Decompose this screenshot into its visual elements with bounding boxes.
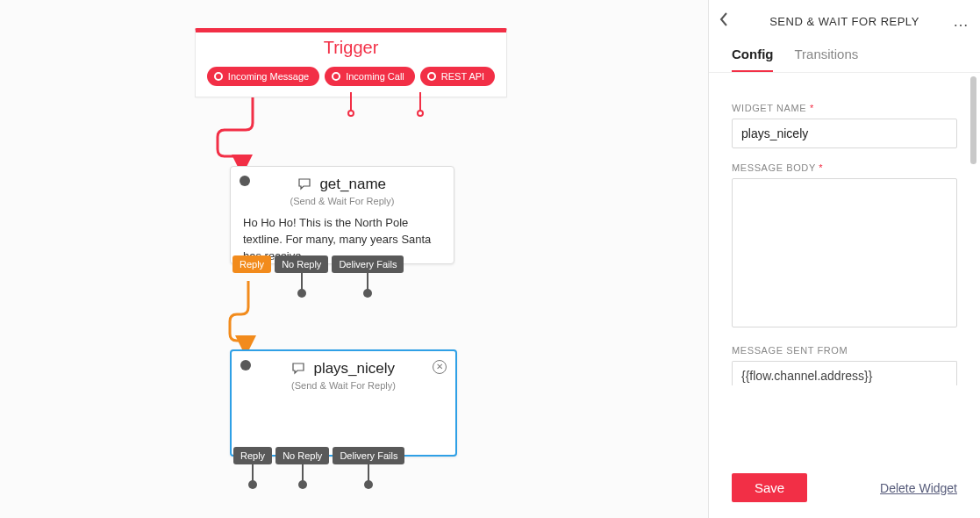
output-port-icon[interactable]	[298, 480, 307, 489]
message-sent-from-label: MESSAGE SENT FROM	[732, 345, 957, 356]
message-body-label: MESSAGE BODY *	[732, 162, 957, 173]
outcome-label: Reply	[240, 259, 264, 270]
output-port-icon[interactable]	[248, 480, 257, 489]
save-button[interactable]: Save	[732, 473, 807, 502]
node-title: get_name	[319, 176, 386, 192]
node-subtitle: (Send & Wait For Reply)	[244, 380, 443, 391]
output-port-icon[interactable]	[297, 289, 306, 298]
input-port-icon[interactable]	[240, 176, 250, 186]
pill-port-icon	[427, 72, 436, 81]
outcome-label: Delivery Fails	[339, 259, 397, 270]
trigger-pill-incoming-call[interactable]: Incoming Call	[325, 67, 415, 86]
pill-port-icon	[214, 72, 223, 81]
node-subtitle: (Send & Wait For Reply)	[243, 196, 441, 206]
trigger-pill-incoming-message[interactable]: Incoming Message	[207, 67, 319, 86]
pill-port-icon	[332, 72, 340, 81]
delete-widget-link[interactable]: Delete Widget	[880, 481, 957, 495]
close-icon[interactable]: ✕	[433, 360, 447, 374]
chat-icon	[292, 363, 306, 378]
message-sent-from-input[interactable]: {{flow.channel.address}}	[732, 361, 957, 385]
pill-label: REST API	[441, 71, 484, 82]
outcome-no-reply[interactable]: No Reply	[275, 255, 328, 273]
tab-config[interactable]: Config	[732, 47, 773, 72]
message-body-input[interactable]	[732, 178, 957, 327]
panel-body: WIDGET NAME * MESSAGE BODY * MESSAGE SEN…	[709, 73, 980, 464]
scrollbar[interactable]	[970, 76, 976, 164]
outcome-label: Reply	[240, 450, 265, 461]
widget-get-name[interactable]: get_name (Send & Wait For Reply) Ho Ho H…	[230, 166, 454, 264]
pill-label: Incoming Call	[346, 71, 404, 82]
input-port-icon[interactable]	[240, 360, 251, 371]
tab-transitions[interactable]: Transitions	[794, 47, 858, 72]
widget-plays-nicely[interactable]: ✕ plays_nicely (Send & Wait For Reply) R…	[230, 349, 457, 457]
outcome-no-reply[interactable]: No Reply	[275, 447, 329, 464]
output-port-icon[interactable]	[364, 480, 373, 489]
output-port-icon[interactable]	[363, 289, 372, 298]
more-icon[interactable]: …	[952, 12, 969, 31]
pill-label: Incoming Message	[228, 71, 309, 82]
widget-name-input[interactable]	[732, 119, 957, 148]
trigger-node[interactable]: Trigger Incoming Message Incoming Call R…	[195, 28, 507, 97]
outcome-label: No Reply	[283, 450, 322, 461]
panel-title: SEND & WAIT FOR REPLY	[737, 15, 952, 28]
config-panel: SEND & WAIT FOR REPLY … Config Transitio…	[708, 0, 980, 518]
widget-name-label: WIDGET NAME *	[732, 103, 957, 113]
chat-icon	[298, 178, 312, 194]
outcome-label: No Reply	[282, 259, 321, 270]
outcome-delivery-fails[interactable]: Delivery Fails	[333, 447, 404, 464]
outcome-reply[interactable]: Reply	[233, 447, 272, 464]
trigger-pill-rest-api[interactable]: REST API	[420, 67, 495, 86]
outcome-delivery-fails[interactable]: Delivery Fails	[332, 255, 404, 273]
trigger-title: Trigger	[196, 38, 506, 58]
outcome-label: Delivery Fails	[340, 450, 397, 461]
outcome-reply[interactable]: Reply	[232, 255, 271, 273]
back-button[interactable]	[719, 12, 737, 31]
node-title: plays_nicely	[313, 360, 395, 377]
